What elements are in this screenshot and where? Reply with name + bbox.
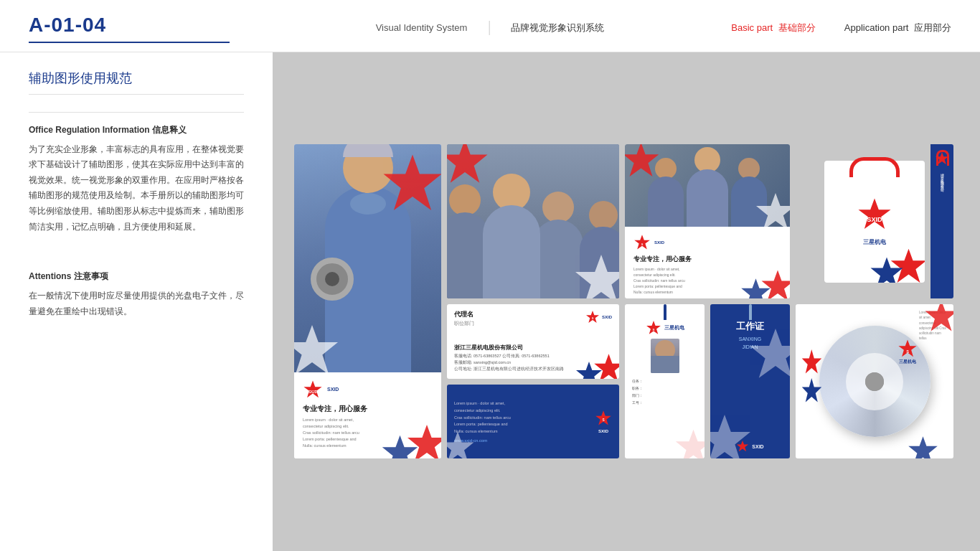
nav-app-cn: 应用部分	[914, 22, 951, 33]
card-company: 浙江三星机电股份有限公司	[454, 344, 612, 352]
attentions-text: 在一般情况下使用时应尽量使用提供的光盘电子文件，尽量避免在重绘中出现错误。	[29, 288, 244, 319]
nav-app-en: Application part	[844, 22, 909, 33]
left-panel: 辅助图形使用规范 Office Regulation Information 信…	[0, 52, 273, 551]
svg-marker-5	[382, 435, 418, 458]
svg-marker-37	[908, 437, 938, 459]
page-code: A-01-04	[29, 13, 230, 37]
svg-marker-10	[634, 235, 650, 249]
svg-marker-32	[898, 340, 916, 357]
id-cards-area: S 三星机电 任务：职务：部门：工号：	[625, 304, 790, 458]
meeting-photo	[447, 144, 619, 298]
svg-marker-30	[710, 415, 750, 458]
svg-marker-14	[859, 199, 891, 230]
attentions-label: Attentions 注意事项	[29, 270, 244, 283]
card-contact1: 客服电话: 0571-63863527 公司传真: 0571-63862551	[454, 353, 612, 359]
svg-marker-2	[303, 381, 321, 398]
svg-text:S: S	[652, 328, 654, 331]
svg-marker-29	[750, 329, 790, 378]
svg-marker-25	[447, 432, 474, 459]
bag-brand-name: 三星机电	[863, 238, 886, 246]
attentions-block: Attentions 注意事项 在一般情况下使用时应尽量使用提供的光盘电子文件，…	[29, 270, 244, 319]
svg-text:SXJD: SXJD	[308, 390, 318, 394]
divider	[29, 112, 244, 113]
svg-marker-9	[756, 193, 790, 227]
vis-identity-en: Visual Identity System	[376, 22, 468, 33]
svg-marker-1	[294, 325, 338, 372]
svg-marker-23	[595, 410, 611, 425]
svg-text:SXID: SXID	[867, 216, 882, 223]
info-text: 为了充实企业形象，丰富标志的具有应用，在整体视觉要求下基础设计了辅助图形，使其在…	[29, 142, 244, 235]
header-center: Visual Identity System 品牌视觉形象识别系统	[376, 21, 605, 35]
nav-basic-en: Basic part	[731, 22, 773, 33]
svg-marker-6	[447, 144, 488, 183]
svg-marker-22	[576, 362, 602, 379]
shopping-bag: SXID 三星机电	[796, 144, 953, 298]
info-label: Office Regulation Information 信息释义	[29, 124, 244, 136]
svg-text:S: S	[641, 242, 644, 246]
header-right: Basic part 基础部分 Application part 应用部分	[731, 22, 951, 34]
showcase-grid: SXJD SXID 专业专注，用心服务 Lorem ipsum · dolor …	[294, 144, 958, 458]
svg-marker-13	[741, 279, 771, 299]
id-brand-cn: 三星机电	[664, 324, 684, 331]
brochure-slogan: 专业专注，用心服务	[303, 404, 433, 414]
svg-text:S: S	[592, 317, 594, 321]
tall-brochure: SXJD SXID 专业专注，用心服务 Lorem ipsum · dolor …	[294, 144, 441, 458]
business-cards-area: 代理名 职位部门 浙江三星机电股份有限公司 客服电话: 0571-6386352…	[447, 304, 619, 458]
svg-marker-35	[802, 378, 822, 402]
header-left: A-01-04	[29, 13, 230, 43]
small-brochure-slogan: 专业专注，用心服务	[633, 255, 781, 264]
vis-identity-cn: 品牌视觉形象识别系统	[511, 22, 604, 34]
svg-marker-8	[625, 144, 659, 176]
nav-basic-part[interactable]: Basic part 基础部分	[731, 22, 815, 34]
info-block: Office Regulation Information 信息释义 为了充实企…	[29, 124, 244, 235]
header-underline	[29, 42, 230, 43]
svg-marker-0	[384, 155, 442, 210]
svg-text:S: S	[906, 349, 909, 354]
nav-application-part[interactable]: Application part 应用部分	[844, 22, 951, 34]
svg-marker-7	[575, 255, 619, 298]
svg-marker-17	[871, 257, 903, 283]
section-title: 辅助图形使用规范	[29, 70, 244, 95]
right-panel: SXJD SXID 专业专注，用心服务 Lorem ipsum · dolor …	[273, 52, 980, 551]
main-content: 辅助图形使用规范 Office Regulation Information 信…	[0, 52, 980, 551]
cd-area: S 三星机电 Lorem ipsum dolor sit amet consec…	[796, 304, 953, 458]
svg-marker-28	[676, 430, 705, 458]
svg-marker-36	[925, 304, 954, 331]
page-header: A-01-04 Visual Identity System 品牌视觉形象识别系…	[0, 0, 980, 52]
svg-marker-34	[802, 349, 822, 374]
small-brochure: S SXID 专业专注，用心服务 Lorem ipsum · dolor sit…	[625, 144, 790, 298]
nav-basic-cn: 基础部分	[778, 22, 816, 33]
center-divider	[489, 21, 489, 35]
